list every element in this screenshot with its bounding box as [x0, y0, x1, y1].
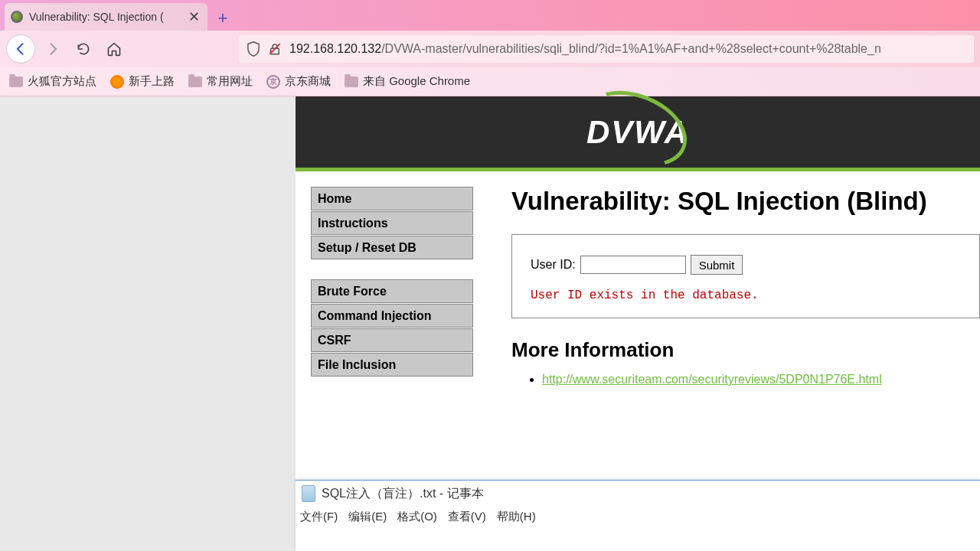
bookmark-common-sites[interactable]: 常用网址 [188, 74, 253, 89]
bookmark-getting-started[interactable]: 新手上路 [110, 74, 175, 89]
user-id-label: User ID: [531, 258, 576, 272]
menu-help[interactable]: 帮助(H) [497, 510, 536, 524]
reload-icon [76, 41, 91, 57]
tab-title: Vulnerability: SQL Injection ( [29, 11, 180, 23]
notepad-body[interactable]: 1' and length(database())=4 # 1' and asc… [296, 527, 980, 551]
menu-item-file-inclusion[interactable]: File Inclusion [311, 353, 473, 377]
status-message: User ID exists in the database. [531, 289, 961, 302]
menu-edit[interactable]: 编辑(E) [348, 510, 387, 524]
folder-icon [345, 77, 358, 87]
dvwa-header: DVWA [296, 96, 980, 171]
menu-item-setup[interactable]: Setup / Reset DB [311, 236, 473, 259]
notepad-title: SQL注入（盲注）.txt - 记事本 [322, 486, 484, 502]
dvwa-logo: DVWA [586, 114, 689, 151]
menu-file[interactable]: 文件(F) [300, 510, 338, 524]
menu-group-2: Brute Force Command Injection CSRF File … [311, 279, 473, 377]
back-button[interactable] [6, 34, 35, 64]
url-text: 192.168.120.132/DVWA-master/vulnerabilit… [289, 42, 881, 56]
insecure-lock-icon [268, 42, 282, 56]
menu-item-command-injection[interactable]: Command Injection [311, 304, 473, 328]
url-bar[interactable]: 192.168.120.132/DVWA-master/vulnerabilit… [239, 35, 974, 63]
info-list: http://www.securiteam.com/securityreview… [511, 373, 980, 386]
menu-view[interactable]: 查看(V) [448, 510, 486, 524]
tab-favicon [11, 11, 23, 23]
form-row: User ID: Submit [531, 255, 961, 275]
bookmark-from-chrome[interactable]: 来自 Google Chrome [345, 74, 470, 89]
reload-button[interactable] [70, 36, 96, 62]
forward-button[interactable] [40, 36, 66, 62]
more-info-heading: More Information [511, 338, 980, 362]
jd-icon: 京 [266, 75, 280, 89]
info-link[interactable]: http://www.securiteam.com/securityreview… [542, 373, 882, 386]
bookmark-bar: 火狐官方站点 新手上路 常用网址 京京东商城 来自 Google Chrome [0, 67, 980, 96]
menu-item-brute-force[interactable]: Brute Force [311, 279, 473, 303]
notepad-icon [302, 485, 315, 502]
side-menu: Home Instructions Setup / Reset DB Brute… [311, 187, 473, 396]
form-box: User ID: Submit User ID exists in the da… [511, 234, 980, 318]
shield-icon [247, 41, 260, 57]
menu-item-home[interactable]: Home [311, 187, 473, 210]
content-area: DVWA Home Instructions Setup / Reset DB … [0, 96, 980, 551]
home-button[interactable] [101, 36, 127, 62]
folder-icon [9, 77, 23, 87]
menu-item-csrf[interactable]: CSRF [311, 328, 473, 352]
home-icon [106, 41, 122, 57]
notepad-window: SQL注入（盲注）.txt - 记事本 文件(F) 编辑(E) 格式(O) 查看… [296, 480, 980, 551]
submit-button[interactable]: Submit [691, 255, 743, 275]
menu-format[interactable]: 格式(O) [397, 510, 437, 524]
nav-bar: 192.168.120.132/DVWA-master/vulnerabilit… [0, 31, 980, 67]
main-column: Vulnerability: SQL Injection (Blind) Use… [511, 187, 980, 396]
bookmark-jd[interactable]: 京京东商城 [266, 74, 331, 89]
menu-item-instructions[interactable]: Instructions [311, 211, 473, 235]
user-id-input[interactable] [580, 256, 686, 274]
dvwa-body: Home Instructions Setup / Reset DB Brute… [296, 171, 980, 396]
bookmark-firefox-official[interactable]: 火狐官方站点 [9, 74, 96, 89]
left-gutter [0, 96, 296, 551]
tab-strip: Vulnerability: SQL Injection ( ✕ + [0, 0, 980, 31]
folder-icon [188, 77, 202, 87]
list-item: http://www.securiteam.com/securityreview… [542, 373, 980, 386]
new-tab-button[interactable]: + [211, 6, 235, 31]
menu-group-1: Home Instructions Setup / Reset DB [311, 187, 473, 259]
notepad-menubar: 文件(F) 编辑(E) 格式(O) 查看(V) 帮助(H) [296, 507, 980, 527]
firefox-icon [110, 75, 124, 89]
close-tab-icon[interactable]: ✕ [186, 9, 201, 24]
dvwa-page: DVWA Home Instructions Setup / Reset DB … [296, 96, 980, 396]
browser-tab[interactable]: Vulnerability: SQL Injection ( ✕ [5, 3, 207, 31]
notepad-titlebar[interactable]: SQL注入（盲注）.txt - 记事本 [296, 481, 980, 507]
arrow-left-icon [13, 41, 28, 57]
page-title: Vulnerability: SQL Injection (Blind) [511, 187, 980, 216]
arrow-right-icon [45, 41, 60, 57]
